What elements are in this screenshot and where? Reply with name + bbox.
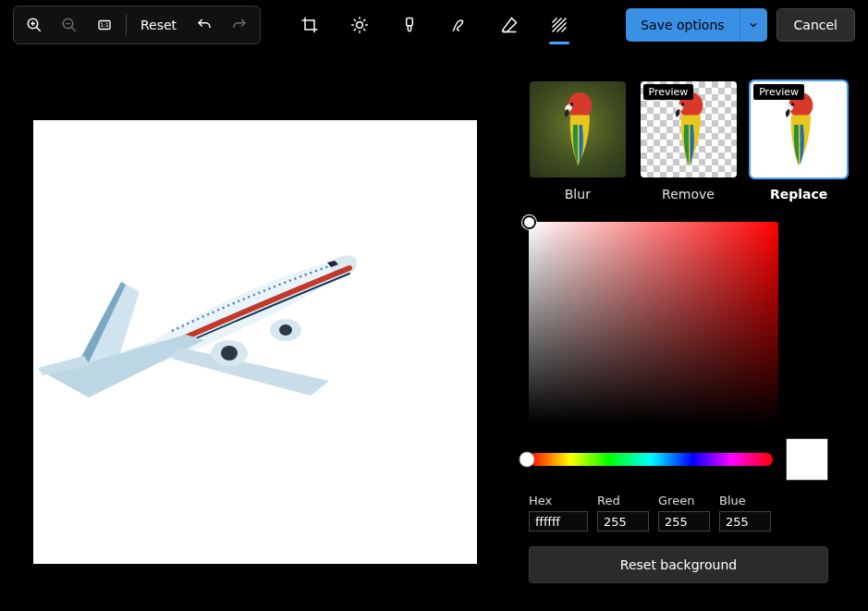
hex-input[interactable] (529, 511, 588, 532)
blue-label: Blue (719, 494, 771, 507)
current-color-swatch (786, 438, 828, 481)
hue-row (529, 438, 828, 481)
svg-line-21 (552, 18, 561, 28)
svg-line-16 (354, 30, 355, 31)
zoom-fit-button[interactable]: 1:1 (88, 9, 121, 41)
redo-icon (231, 17, 248, 33)
zoom-out-button[interactable] (53, 9, 86, 41)
bg-option-replace: Preview Replace (750, 81, 848, 202)
save-options-dropdown[interactable] (740, 8, 767, 42)
undo-icon (196, 17, 213, 33)
bg-option-label: Remove (662, 187, 715, 202)
cancel-button[interactable]: Cancel (776, 8, 855, 42)
airplane-image (33, 120, 477, 564)
redo-button[interactable] (223, 9, 256, 41)
hex-label: Hex (529, 494, 588, 507)
reset-zoom-button[interactable]: Reset (131, 9, 186, 41)
image-canvas[interactable] (33, 120, 477, 564)
hue-slider-thumb[interactable] (520, 452, 535, 468)
parrot-icon (555, 89, 601, 171)
color-sv-picker[interactable] (529, 222, 778, 423)
zoom-in-icon (26, 17, 43, 33)
blue-field-col: Blue (719, 494, 771, 532)
svg-line-14 (354, 19, 355, 20)
erase-tool[interactable] (494, 5, 525, 45)
hue-slider[interactable] (529, 453, 773, 466)
red-input[interactable] (597, 511, 649, 532)
main-area: Blur Preview Remove (0, 55, 868, 611)
bg-option-remove: Preview Remove (640, 81, 738, 202)
svg-point-30 (570, 104, 574, 107)
svg-point-32 (680, 104, 684, 107)
background-icon (550, 16, 568, 34)
preview-badge: Preview (643, 84, 694, 100)
color-sv-thumb[interactable] (522, 215, 536, 229)
crop-tool[interactable] (294, 5, 325, 45)
separator (126, 15, 127, 35)
svg-line-23 (556, 23, 566, 32)
svg-line-24 (561, 28, 566, 32)
filter-icon (400, 16, 419, 34)
brightness-icon (350, 16, 369, 34)
bg-option-remove-thumb[interactable]: Preview (641, 81, 737, 177)
fit-icon: 1:1 (96, 17, 113, 33)
preview-badge: Preview (753, 84, 804, 100)
red-field-col: Red (597, 494, 649, 532)
hex-field-col: Hex (529, 494, 588, 532)
save-options-button[interactable]: Save options (626, 8, 739, 42)
svg-line-1 (36, 27, 41, 31)
bg-option-replace-thumb[interactable]: Preview (751, 81, 847, 177)
filter-tool[interactable] (394, 5, 425, 45)
canvas-area (0, 55, 518, 611)
bg-option-label: Blur (565, 187, 591, 202)
background-panel: Blur Preview Remove (518, 55, 868, 611)
background-tool[interactable] (544, 5, 575, 45)
zoom-in-button[interactable] (18, 9, 51, 41)
svg-rect-18 (406, 18, 412, 26)
red-label: Red (597, 494, 649, 507)
save-options-split-button: Save options (626, 8, 766, 42)
parrot-icon (666, 89, 712, 171)
svg-line-5 (71, 27, 76, 31)
blue-input[interactable] (719, 511, 771, 532)
markup-tool[interactable] (444, 5, 475, 45)
svg-point-28 (279, 324, 292, 336)
svg-point-34 (791, 104, 795, 107)
zoom-group: 1:1 Reset (13, 6, 261, 44)
eraser-icon (500, 16, 519, 34)
bg-option-blur: Blur (529, 81, 627, 202)
green-field-col: Green (658, 494, 710, 532)
color-value-inputs: Hex Red Green Blue (529, 494, 828, 532)
reset-background-button[interactable]: Reset background (529, 546, 828, 583)
background-options: Blur Preview Remove (529, 81, 848, 202)
svg-line-17 (363, 19, 364, 20)
chevron-down-icon (748, 19, 759, 31)
svg-text:1:1: 1:1 (100, 21, 109, 28)
green-label: Green (658, 494, 710, 507)
edit-tools (294, 5, 575, 45)
svg-point-26 (221, 346, 238, 360)
zoom-out-icon (61, 17, 78, 33)
svg-line-20 (552, 18, 556, 23)
crop-icon (300, 16, 319, 34)
bg-option-label: Replace (770, 187, 827, 202)
svg-line-15 (363, 30, 364, 31)
action-buttons: Save options Cancel (626, 8, 855, 42)
adjust-tool[interactable] (344, 5, 375, 45)
parrot-icon (776, 89, 822, 171)
bg-option-blur-thumb[interactable] (530, 81, 626, 177)
top-toolbar: 1:1 Reset Save options (0, 0, 868, 50)
green-input[interactable] (658, 511, 710, 532)
undo-button[interactable] (188, 9, 221, 41)
svg-point-9 (356, 22, 362, 29)
markup-icon (450, 16, 469, 34)
